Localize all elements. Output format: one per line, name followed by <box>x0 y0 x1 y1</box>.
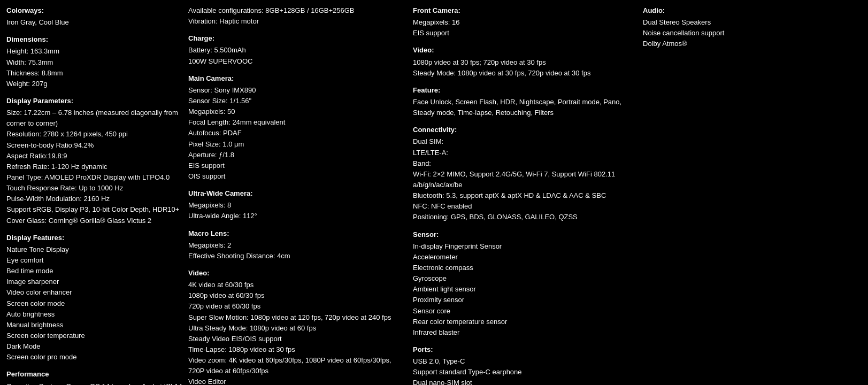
spec-line: Screen color pro mode <box>6 352 183 363</box>
spec-line: Weight: 207g <box>6 79 183 89</box>
spec-line: Image sharpener <box>6 276 183 287</box>
section-col1-3: Display Features:Nature Tone DisplayEye … <box>6 233 183 363</box>
section-title: Sensor: <box>413 229 637 240</box>
section-col3-0: Front Camera:Megapixels: 16EIS support <box>413 5 637 38</box>
spec-line: Rear color temperature sensor <box>413 317 637 327</box>
spec-line: Auto brightness <box>6 309 183 320</box>
spec-line: Megapixels: 8 <box>188 200 408 211</box>
spec-sheet: Colorways:Iron Gray, Cool BlueDimensions… <box>6 5 862 385</box>
column-1: Colorways:Iron Gray, Cool BlueDimensions… <box>6 5 188 385</box>
spec-line: Ultra-wide Angle: 112° <box>188 211 408 221</box>
spec-line: Touch Response Rate: Up to 1000 Hz <box>6 183 183 194</box>
spec-line: EIS support <box>188 160 408 171</box>
section-title: Front Camera: <box>413 5 637 16</box>
spec-line: Time-Lapse: 1080p video at 30 fps <box>188 344 408 355</box>
spec-line: Megapixels: 16 <box>413 17 637 28</box>
section-col1-4: PerformanceOperating System: OxygenOS 14… <box>6 369 183 385</box>
spec-line: Super Slow Motion: 1080p video at 120 fp… <box>188 312 408 323</box>
spec-line: Dual Stereo Speakers <box>643 17 744 28</box>
section-col2-1: Charge:Battery: 5,500mAh100W SUPERVOOC <box>188 33 408 66</box>
spec-line: USB 2.0, Type-C <box>413 356 637 367</box>
spec-line: Dual SIM: <box>413 136 637 147</box>
spec-line: Screen color mode <box>6 298 183 309</box>
spec-line: Focal Length: 24mm equivalent <box>188 117 408 128</box>
section-title: Performance <box>6 369 183 380</box>
spec-line: Eye comfort <box>6 255 183 266</box>
section-col2-0: Available configurations: 8GB+128GB / 16… <box>188 5 408 27</box>
spec-line: Manual brightness <box>6 320 183 330</box>
spec-line: Screen color temperature <box>6 330 183 341</box>
spec-line: OIS support <box>188 171 408 182</box>
spec-line: Effective Shooting Distance: 4cm <box>188 251 408 261</box>
section-title: Charge: <box>188 33 408 44</box>
spec-line: Resolution: 2780 x 1264 pixels, 450 ppi <box>6 129 183 140</box>
section-col3-4: Sensor:In-display Fingerprint SensorAcce… <box>413 229 637 338</box>
spec-line: Megapixels: 2 <box>188 240 408 251</box>
column-2: Available configurations: 8GB+128GB / 16… <box>188 5 413 385</box>
spec-line: 100W SUPERVOOC <box>188 56 408 67</box>
spec-line: Accelerometer <box>413 252 637 263</box>
section-title: Ultra-Wide Camera: <box>188 188 408 199</box>
column-3: Front Camera:Megapixels: 16EIS supportVi… <box>413 5 643 385</box>
spec-line: Bed time mode <box>6 266 183 276</box>
spec-line: Positioning: GPS, BDS, GLONASS, GALILEO,… <box>413 212 637 222</box>
spec-line: Wi-Fi: 2×2 MIMO, Support 2.4G/5G, Wi-Fi … <box>413 169 637 190</box>
section-title: Display Features: <box>6 233 183 243</box>
spec-line: Steady Mode: 1080p video at 30 fps, 720p… <box>413 68 637 79</box>
spec-line: Band: <box>413 158 637 169</box>
spec-line: Ambient light sensor <box>413 284 637 295</box>
spec-line: Size: 17.22cm – 6.78 inches (measured di… <box>6 107 183 129</box>
spec-line: Pulse-Width Modulation: 2160 Hz <box>6 194 183 204</box>
spec-line: Screen-to-body Ratio:94.2% <box>6 140 183 151</box>
spec-line: Aperture: ƒ/1.8 <box>188 150 408 160</box>
section-col1-1: Dimensions:Height: 163.3mmWidth: 75.3mmT… <box>6 34 183 89</box>
section-col1-0: Colorways:Iron Gray, Cool Blue <box>6 5 183 28</box>
spec-line: Dual nano-SIM slot <box>413 378 637 385</box>
spec-line: Electronic compass <box>413 263 637 273</box>
spec-line: Aspect Ratio:19.8:9 <box>6 151 183 161</box>
spec-line: Support sRGB, Display P3, 10-bit Color D… <box>6 204 183 215</box>
section-title: Audio: <box>643 5 744 16</box>
spec-line: Refresh Rate: 1-120 Hz dynamic <box>6 161 183 172</box>
section-title: Ports: <box>413 344 637 355</box>
section-title: Colorways: <box>6 5 183 16</box>
spec-line: Sensor Size: 1/1.56" <box>188 96 408 106</box>
spec-line: Autofocus: PDAF <box>188 128 408 138</box>
spec-line: Support standard Type-C earphone <box>413 367 637 378</box>
spec-line: Video Editor <box>188 376 408 385</box>
section-col1-2: Display Parameters:Size: 17.22cm – 6.78 … <box>6 96 183 226</box>
spec-line: Thickness: 8.8mm <box>6 68 183 79</box>
spec-line: Nature Tone Display <box>6 244 183 255</box>
spec-line: Megapixels: 50 <box>188 106 408 117</box>
section-title: Video: <box>188 268 408 279</box>
spec-line: NFC: NFC enabled <box>413 201 637 212</box>
spec-line: Steady Video EIS/OIS support <box>188 334 408 344</box>
spec-line: Height: 163.3mm <box>6 46 183 57</box>
spec-line: Video color enhancer <box>6 287 183 298</box>
spec-line: Operating System: OxygenOS 14 based on A… <box>6 381 183 386</box>
spec-line: Bluetooth: 5.3, support aptX & aptX HD &… <box>413 190 637 201</box>
spec-line: Noise cancellation support <box>643 28 744 38</box>
spec-line: Proximity sensor <box>413 295 637 305</box>
spec-line: Available configurations: 8GB+128GB / 16… <box>188 5 408 16</box>
spec-line: 4K video at 60/30 fps <box>188 280 408 290</box>
section-col3-2: Feature:Face Unlock, Screen Flash, HDR, … <box>413 85 637 118</box>
spec-line: Sensor: Sony IMX890 <box>188 85 408 96</box>
spec-line: LTE/LTE-A: <box>413 148 637 158</box>
section-title: Video: <box>413 45 637 56</box>
spec-line: 720p video at 60/30 fps <box>188 301 408 312</box>
spec-line: Cover Glass: Corning® Gorilla® Glass Vic… <box>6 215 183 226</box>
spec-line: Ultra Steady Mode: 1080p video at 60 fps <box>188 323 408 334</box>
spec-line: Sensor core <box>413 306 637 317</box>
section-col2-4: Macro Lens:Megapixels: 2Effective Shooti… <box>188 228 408 261</box>
section-col2-5: Video:4K video at 60/30 fps1080p video a… <box>188 268 408 385</box>
column-4: Audio:Dual Stereo SpeakersNoise cancella… <box>643 5 750 385</box>
spec-line: Gyroscope <box>413 273 637 284</box>
spec-line: Pixel Size: 1.0 μm <box>188 139 408 150</box>
section-col3-3: Connectivity:Dual SIM:LTE/LTE-A:Band:Wi-… <box>413 125 637 222</box>
spec-line: Face Unlock, Screen Flash, HDR, Nightsca… <box>413 97 637 118</box>
section-title: Display Parameters: <box>6 96 183 106</box>
spec-line: Video zoom: 4K video at 60fps/30fps, 108… <box>188 355 408 376</box>
spec-line: Panel Type: AMOLED ProXDR Display with L… <box>6 172 183 183</box>
section-title: Dimensions: <box>6 34 183 45</box>
